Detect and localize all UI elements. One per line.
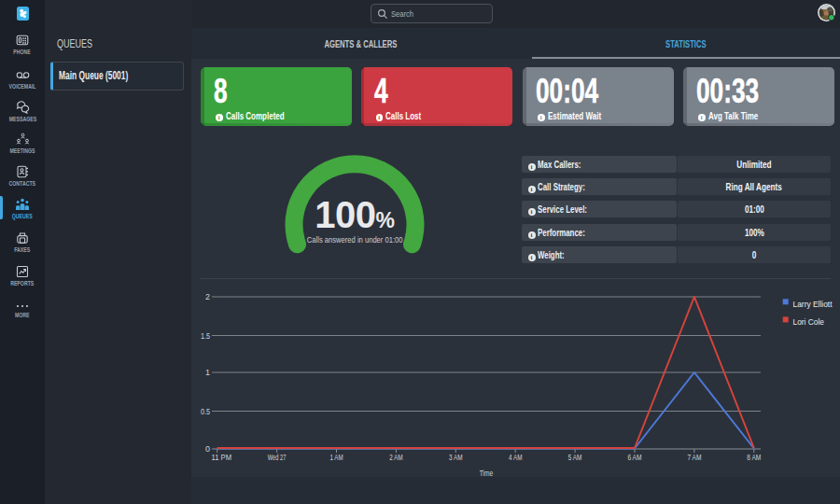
svg-text:2: 2 — [205, 292, 210, 301]
svg-text:6 AM: 6 AM — [628, 453, 642, 462]
svg-text:11 PM: 11 PM — [212, 453, 232, 462]
svg-text:1.5: 1.5 — [201, 331, 210, 341]
svg-text:4 AM: 4 AM — [509, 453, 523, 462]
svg-text:Lori Cole: Lori Cole — [793, 316, 825, 327]
svg-text:1: 1 — [205, 368, 210, 377]
svg-text:1 AM: 1 AM — [330, 453, 343, 462]
svg-text:0.5: 0.5 — [201, 407, 210, 416]
svg-text:0: 0 — [205, 444, 210, 454]
svg-text:3 AM: 3 AM — [449, 453, 463, 462]
svg-text:7 AM: 7 AM — [687, 453, 701, 462]
svg-text:5 AM: 5 AM — [568, 453, 582, 462]
svg-text:Larry Elliott: Larry Elliott — [793, 299, 833, 309]
svg-text:2 AM: 2 AM — [389, 453, 403, 462]
svg-text:8 AM: 8 AM — [747, 453, 761, 462]
svg-text:Wed 27: Wed 27 — [268, 453, 287, 462]
